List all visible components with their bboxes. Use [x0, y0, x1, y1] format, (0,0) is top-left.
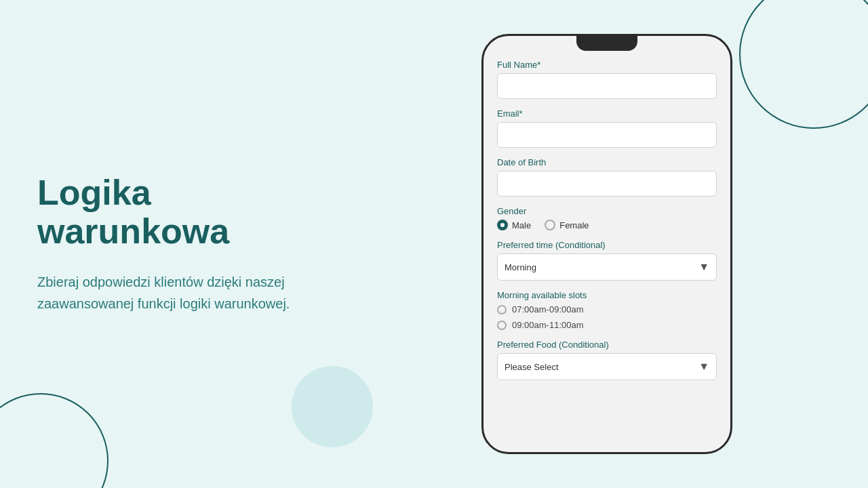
full-name-input[interactable]	[497, 73, 717, 99]
phone-content: Full Name* Email* Date of Birth Gender	[484, 36, 730, 452]
chevron-down-icon: ▼	[698, 261, 709, 273]
preferred-food-value: Please Select	[505, 362, 559, 372]
gender-male-label: Male	[512, 220, 531, 230]
phone-notch	[576, 36, 637, 51]
gender-label: Gender	[497, 206, 717, 216]
full-name-group: Full Name*	[497, 60, 717, 99]
full-name-label: Full Name*	[497, 60, 717, 70]
gender-male-option[interactable]: Male	[497, 220, 531, 230]
dob-label: Date of Birth	[497, 157, 717, 167]
phone-frame: Full Name* Email* Date of Birth Gender	[481, 34, 732, 454]
email-input[interactable]	[497, 122, 717, 148]
bg-blob-left	[292, 366, 373, 447]
slot-radio-1[interactable]	[497, 305, 507, 314]
slot-label-2: 09:00am-11:00am	[512, 320, 584, 330]
gender-male-radio[interactable]	[497, 220, 508, 230]
main-title: Logika warunkowa	[37, 174, 376, 251]
preferred-time-value: Morning	[505, 262, 536, 272]
phone-container: Full Name* Email* Date of Birth Gender	[481, 34, 732, 454]
gender-female-label: Female	[559, 220, 589, 230]
gender-group: Gender Male Female	[497, 206, 717, 230]
bg-circle-top-right	[739, 0, 868, 129]
dob-group: Date of Birth	[497, 157, 717, 197]
chevron-down-icon-food: ▼	[698, 361, 709, 373]
gender-female-radio[interactable]	[545, 220, 555, 230]
gender-female-option[interactable]: Female	[545, 220, 589, 230]
bg-circle-bottom-left	[0, 393, 108, 488]
preferred-food-label: Preferred Food (Conditional)	[497, 340, 717, 350]
preferred-food-select[interactable]: Please Select ▼	[497, 353, 717, 380]
preferred-food-group: Preferred Food (Conditional) Please Sele…	[497, 340, 717, 380]
slot-label-1: 07:00am-09:00am	[512, 304, 584, 314]
preferred-time-group: Preferred time (Conditional) Morning ▼	[497, 240, 717, 281]
slots-list: 07:00am-09:00am 09:00am-11:00am	[497, 304, 717, 330]
gender-options: Male Female	[497, 220, 717, 230]
left-content: Logika warunkowa Zbieraj odpowiedzi klie…	[37, 174, 376, 314]
morning-slots-group: Morning available slots 07:00am-09:00am …	[497, 290, 717, 330]
email-label: Email*	[497, 108, 717, 119]
dob-input[interactable]	[497, 171, 717, 197]
preferred-time-select[interactable]: Morning ▼	[497, 253, 717, 281]
preferred-time-label: Preferred time (Conditional)	[497, 240, 717, 250]
email-group: Email*	[497, 108, 717, 148]
slot-radio-2[interactable]	[497, 321, 507, 330]
slot-option-2[interactable]: 09:00am-11:00am	[497, 320, 717, 330]
subtitle: Zbieraj odpowiedzi klientów dzięki nasze…	[37, 271, 376, 314]
slot-option-1[interactable]: 07:00am-09:00am	[497, 304, 717, 314]
morning-slots-label: Morning available slots	[497, 290, 717, 300]
